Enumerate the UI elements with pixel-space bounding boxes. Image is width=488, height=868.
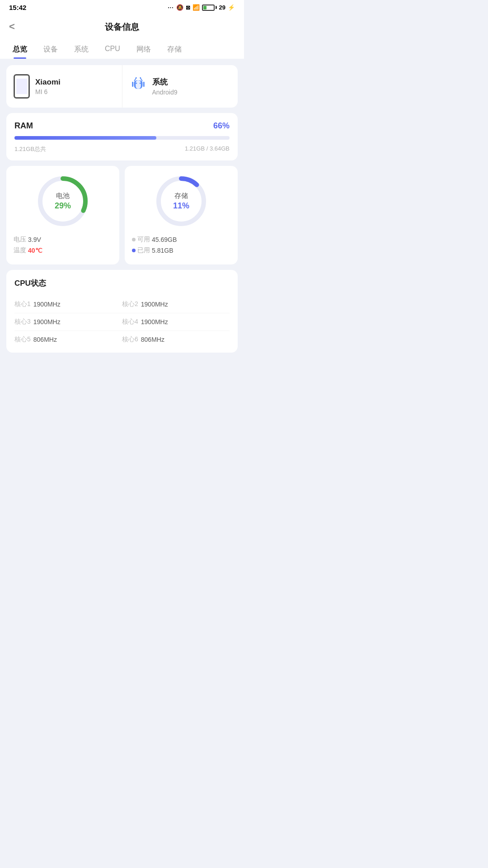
- battery-card: 电池 29% 电压 3.9V 温度 40℃: [6, 166, 119, 264]
- svg-rect-6: [136, 80, 141, 89]
- android-icon: [130, 76, 147, 97]
- status-bar: 15:42 ··· 🔕 ⊠ 📶 29 ⚡: [0, 0, 244, 14]
- device-name: Xiaomi: [35, 78, 61, 87]
- phone-icon: [14, 74, 30, 99]
- status-icons: ··· 🔕 ⊠ 📶 29 ⚡: [168, 4, 235, 11]
- svg-line-3: [140, 78, 142, 81]
- storage-circle: 存储 11%: [154, 174, 208, 228]
- ram-title: RAM: [14, 121, 33, 131]
- dot-light: [132, 238, 136, 241]
- metrics-row: 电池 29% 电压 3.9V 温度 40℃: [6, 166, 238, 264]
- mute-icon: 🔕: [176, 4, 183, 11]
- ram-progress-fill: [14, 136, 156, 140]
- storage-used: 已用 5.81GB: [132, 246, 230, 255]
- ram-detail: 1.21GB / 3.64GB: [185, 145, 230, 153]
- signal-icon: ···: [168, 5, 174, 11]
- svg-point-7: [136, 83, 137, 84]
- device-info-panel: Xiaomi MI 6: [6, 65, 122, 108]
- cpu-core-4: 核心4 1900MHz: [122, 313, 230, 331]
- ram-progress-bar: [14, 136, 230, 140]
- svg-point-4: [135, 77, 136, 79]
- tab-device[interactable]: 设备: [35, 39, 66, 59]
- cpu-core-5: 核心5 806MHz: [14, 331, 122, 348]
- battery-voltage: 电压 3.9V: [14, 236, 112, 244]
- charging-icon: ⚡: [228, 4, 235, 11]
- storage-circle-value: 11%: [173, 201, 189, 211]
- cpu-core-3: 核心3 1900MHz: [14, 313, 122, 331]
- page-title: 设备信息: [105, 22, 139, 32]
- tab-overview[interactable]: 总览: [5, 39, 35, 59]
- system-version: Android9: [152, 89, 178, 96]
- tab-storage[interactable]: 存储: [159, 39, 190, 59]
- device-model: MI 6: [35, 88, 61, 95]
- battery-temp: 温度 40℃: [14, 246, 112, 255]
- battery-circle: 电池 29%: [36, 174, 90, 228]
- time: 15:42: [9, 4, 26, 11]
- storage-circle-title: 存储: [173, 192, 189, 200]
- device-card: Xiaomi MI 6: [6, 65, 238, 108]
- wifi-icon: 📶: [192, 4, 200, 11]
- system-info-panel: 系统 Android9: [122, 65, 238, 108]
- page-header: < 设备信息: [0, 14, 244, 39]
- close-icon: ⊠: [186, 5, 190, 11]
- svg-point-8: [139, 83, 141, 84]
- tab-system[interactable]: 系统: [66, 39, 97, 59]
- tab-bar: 总览 设备 系统 CPU 网络 存储: [0, 39, 244, 59]
- battery-circle-title: 电池: [55, 192, 71, 200]
- svg-line-2: [134, 78, 136, 81]
- dot-blue: [132, 249, 136, 252]
- back-button[interactable]: <: [9, 21, 15, 33]
- tab-network[interactable]: 网络: [128, 39, 159, 59]
- storage-card: 存储 11% 可用 45.69GB 已用 5.81GB: [125, 166, 238, 264]
- battery-percent: 29: [219, 4, 225, 11]
- svg-point-5: [140, 77, 141, 79]
- main-content: Xiaomi MI 6: [0, 59, 244, 362]
- system-name: 系统: [152, 77, 178, 87]
- ram-card: RAM 66% 1.21GB总共 1.21GB / 3.64GB: [6, 113, 238, 160]
- cpu-core-1: 核心1 1900MHz: [14, 296, 122, 313]
- cpu-core-6: 核心6 806MHz: [122, 331, 230, 348]
- ram-percent: 66%: [213, 121, 230, 131]
- cpu-card: CPU状态 核心1 1900MHz 核心2 1900MHz 核心3 1900MH…: [6, 270, 238, 353]
- battery-indicator: [202, 5, 217, 11]
- cpu-core-2: 核心2 1900MHz: [122, 296, 230, 313]
- ram-total: 1.21GB总共: [14, 145, 46, 153]
- storage-available: 可用 45.69GB: [132, 236, 230, 244]
- cpu-title: CPU状态: [14, 278, 230, 288]
- cpu-grid: 核心1 1900MHz 核心2 1900MHz 核心3 1900MHz 核心4 …: [14, 296, 230, 348]
- battery-circle-value: 29%: [55, 201, 71, 211]
- tab-cpu[interactable]: CPU: [97, 39, 128, 59]
